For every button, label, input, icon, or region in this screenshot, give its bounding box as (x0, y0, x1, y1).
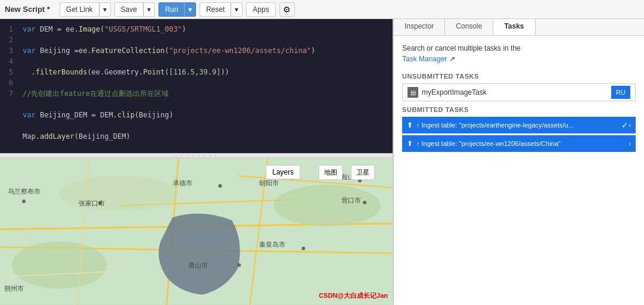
submitted-task-label-1: ↑ Ingest table: "projects/ee-wn1206/asse… (416, 140, 629, 147)
unsubmitted-task-item: ▤ myExportImageTask RU (402, 83, 636, 101)
save-button[interactable]: Save (114, 2, 143, 17)
submitted-task-item-1[interactable]: ⬆ ↑ Ingest table: "projects/ee-wn1206/as… (402, 135, 636, 152)
right-panel: Inspector Console Tasks Search or cancel… (393, 19, 644, 305)
svg-point-7 (12, 241, 107, 289)
chevron-down-icon: ▾ (235, 5, 238, 14)
line-numbers: 1 2 3 4 5 6 7 (0, 19, 17, 153)
submitted-task-item-0[interactable]: ⬆ ↑ Ingest table: "projects/earthengine-… (402, 117, 636, 133)
upload-icon-1: ⬆ (407, 139, 413, 148)
city-label-wulanchabu: 乌兰察布市 (8, 187, 41, 196)
apps-button[interactable]: Apps (246, 2, 275, 17)
task-manager-link[interactable]: Task Manager (402, 55, 447, 63)
layers-button[interactable]: Layers (266, 165, 300, 179)
tab-inspector[interactable]: Inspector (394, 19, 445, 35)
save-dropdown[interactable]: ▾ (143, 2, 155, 17)
chevron-down-icon: ▾ (188, 5, 192, 14)
get-link-button[interactable]: Get Link (60, 2, 99, 17)
reset-dropdown[interactable]: ▾ (231, 2, 242, 17)
city-label-qinhuangdao: 秦皇岛市 (259, 240, 285, 249)
tasks-panel: Search or cancel multiple tasks in the T… (394, 36, 644, 155)
run-group: Run ▾ (158, 2, 196, 17)
settings-button[interactable]: ⚙ (279, 2, 295, 17)
svg-point-9 (60, 176, 179, 211)
save-group: Save ▾ (114, 2, 155, 17)
arrow-icon: › (629, 122, 631, 129)
tasks-description: Search or cancel multiple tasks in the T… (402, 43, 636, 64)
get-link-group: Get Link ▾ (60, 2, 111, 17)
code-panel: 1 2 3 4 5 6 7 var DEM = ee.Image("USGS/S… (0, 19, 393, 305)
toolbar: New Script * Get Link ▾ Save ▾ Run ▾ Res… (0, 0, 644, 19)
tab-console[interactable]: Console (445, 19, 493, 35)
city-label-chengde: 承德市 (173, 179, 192, 188)
chevron-down-icon: ▾ (103, 5, 107, 14)
script-title: New Script * (5, 5, 50, 14)
svg-point-15 (237, 263, 241, 267)
svg-point-11 (218, 184, 222, 188)
task-label: myExportImageTask (422, 88, 611, 97)
main-layout: 1 2 3 4 5 6 7 var DEM = ee.Image("USGS/S… (0, 19, 644, 305)
chevron-down-icon: ▾ (147, 5, 151, 14)
submitted-title: SUBMITTED TASKS (402, 106, 636, 113)
get-link-dropdown[interactable]: ▾ (99, 2, 111, 17)
city-label-chaoyang: 朝阳市 (259, 179, 279, 188)
arrow-icon-1: › (629, 140, 631, 147)
run-dropdown[interactable]: ▾ (184, 2, 196, 17)
task-icon: ▤ (407, 87, 418, 98)
reset-group: Reset ▾ (200, 2, 242, 17)
run-button[interactable]: Run (158, 2, 184, 17)
reset-button[interactable]: Reset (200, 2, 231, 17)
watermark: CSDN@大白成长记Jan (319, 291, 388, 300)
upload-icon: ⬆ (407, 121, 413, 129)
resize-handle[interactable]: · · · · · · · · (0, 153, 393, 158)
map-area[interactable]: 朝阳市 承德市 鞍山市 张家口市 营口市 唐山市 秦皇岛市 乌兰察布市 朔州市 … (0, 158, 393, 305)
svg-point-16 (301, 247, 305, 250)
submitted-task-label-0: ↑ Ingest table: "projects/earthengine-le… (416, 122, 618, 129)
unsubmitted-title: UNSUBMITTED TASKS (402, 73, 636, 80)
task-run-button[interactable]: RU (611, 86, 630, 99)
svg-point-14 (363, 201, 366, 204)
code-content[interactable]: var DEM = ee.Image("USGS/SRTMGL1_003") v… (17, 19, 321, 153)
map-svg (0, 158, 393, 305)
submitted-tasks-section: SUBMITTED TASKS ⬆ ↑ Ingest table: "proje… (402, 106, 636, 152)
svg-point-8 (273, 185, 381, 226)
code-editor[interactable]: 1 2 3 4 5 6 7 var DEM = ee.Image("USGS/S… (0, 19, 393, 153)
city-label-yingkou: 营口市 (341, 196, 361, 205)
svg-point-17 (22, 200, 26, 203)
tabs-bar: Inspector Console Tasks (394, 19, 644, 36)
city-label-shuozhou: 朔州市 (4, 284, 24, 293)
tab-tasks[interactable]: Tasks (493, 19, 535, 35)
city-label-zhangjiakou: 张家口市 (79, 199, 105, 208)
satellite-button[interactable]: 卫星 (351, 165, 375, 180)
check-icon: ✓ (621, 120, 629, 130)
city-label-tangshan: 唐山市 (188, 261, 208, 270)
map-mode-button[interactable]: 地图 (319, 165, 343, 180)
